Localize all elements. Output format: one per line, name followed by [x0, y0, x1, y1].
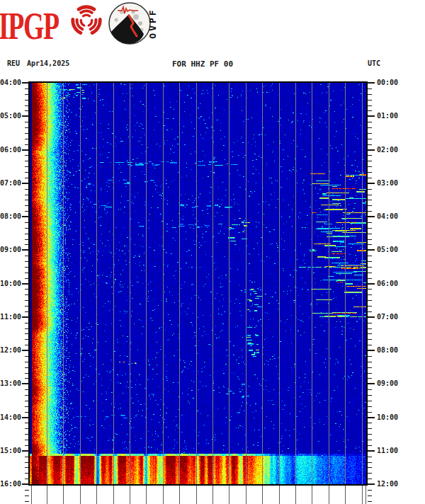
ipgp-waves-icon	[70, 2, 103, 39]
right-axis-minor-tick	[368, 389, 372, 390]
right-axis-minor-tick	[368, 166, 372, 167]
right-axis-minor-tick	[368, 328, 372, 329]
left-axis-minor-tick	[25, 133, 29, 134]
freq-axis-tick	[31, 486, 32, 504]
right-axis-major-tick	[368, 350, 375, 351]
ipgp-logo-text: IPGP	[0, 7, 59, 45]
right-axis-minor-tick	[368, 133, 372, 134]
right-axis-minor-tick	[368, 462, 372, 463]
left-axis-label: 11:00	[0, 313, 21, 321]
left-axis-minor-tick	[25, 161, 29, 161]
right-axis-minor-tick	[368, 457, 372, 457]
left-axis-major-tick	[22, 249, 29, 251]
left-axis-label: 05:00	[0, 112, 21, 120]
right-axis-minor-tick	[368, 100, 372, 101]
right-axis-minor-tick	[368, 94, 372, 95]
freq-axis-tick	[329, 486, 329, 504]
right-axis-minor-tick	[368, 339, 372, 340]
left-axis-minor-tick	[25, 155, 29, 156]
right-axis-minor-tick	[368, 490, 372, 491]
right-axis-minor-tick	[368, 467, 372, 468]
left-axis-minor-tick	[25, 311, 29, 312]
right-axis-minor-tick	[368, 289, 372, 290]
freq-axis-tick	[96, 486, 97, 504]
right-axis-major-tick	[368, 115, 375, 117]
spectrogram-plot-frame	[28, 81, 368, 486]
right-axis-minor-tick	[368, 496, 372, 496]
right-axis-minor-tick	[368, 367, 372, 368]
freq-axis-tick	[146, 486, 147, 504]
freq-axis-tick	[366, 486, 366, 504]
left-axis-minor-tick	[25, 122, 29, 122]
freq-axis-tick	[179, 486, 180, 504]
left-axis-label: 13:00	[0, 379, 21, 388]
left-axis-minor-tick	[25, 445, 29, 446]
left-axis-minor-tick	[25, 401, 29, 401]
freq-axis-tick	[246, 486, 246, 504]
left-axis-minor-tick	[25, 166, 29, 167]
left-axis-minor-tick	[25, 267, 29, 268]
right-axis-label: 05:00	[377, 246, 407, 254]
left-axis-minor-tick	[25, 234, 29, 234]
right-axis-minor-tick	[368, 311, 372, 312]
right-axis-minor-tick	[368, 228, 372, 229]
right-axis-major-tick	[368, 82, 375, 84]
right-axis-minor-tick	[368, 434, 372, 435]
left-axis-minor-tick	[25, 345, 29, 345]
freq-axis-tick	[47, 486, 47, 504]
left-axis-minor-tick	[25, 373, 29, 374]
ovpf-volcano-icon	[108, 1, 152, 45]
right-axis-minor-tick	[368, 378, 372, 379]
right-axis-major-tick	[368, 183, 375, 184]
right-axis-major-tick	[368, 383, 375, 384]
left-axis-minor-tick	[25, 389, 29, 390]
right-axis-minor-tick	[368, 501, 372, 502]
left-axis-major-tick	[22, 82, 29, 84]
right-axis-label: 03:00	[377, 179, 407, 188]
freq-axis-tick	[229, 486, 230, 504]
left-axis-minor-tick	[25, 144, 29, 145]
left-axis-minor-tick	[25, 457, 29, 457]
right-axis-minor-tick	[368, 256, 372, 256]
left-axis-label: 07:00	[0, 179, 21, 188]
right-axis-minor-tick	[368, 105, 372, 106]
right-axis-minor-tick	[368, 122, 372, 122]
left-axis-minor-tick	[25, 440, 29, 440]
left-axis-minor-tick	[25, 139, 29, 139]
station-code: REU	[7, 59, 20, 67]
right-axis-minor-tick	[368, 294, 372, 295]
right-axis-minor-tick	[368, 161, 372, 161]
left-axis-minor-tick	[25, 222, 29, 223]
left-axis-major-tick	[22, 383, 29, 384]
left-axis-label: 10:00	[0, 280, 21, 288]
right-axis-minor-tick	[368, 445, 372, 446]
left-axis-minor-tick	[25, 178, 29, 178]
left-axis-minor-tick	[25, 356, 29, 357]
utc-label: UTC	[368, 59, 380, 67]
left-axis-minor-tick	[25, 100, 29, 101]
freq-axis-tick	[279, 486, 280, 504]
right-axis-minor-tick	[368, 406, 372, 407]
right-axis-label: 02:00	[377, 146, 407, 154]
left-axis-major-tick	[22, 283, 29, 285]
right-axis-minor-tick	[368, 412, 372, 413]
right-axis-label: 11:00	[377, 447, 407, 455]
left-axis-minor-tick	[25, 172, 29, 173]
figure-root: IPGP	[0, 0, 425, 504]
right-axis-minor-tick	[368, 267, 372, 268]
channel-label: FOR HHZ PF 00	[172, 59, 233, 69]
left-axis-label: 04:00	[0, 79, 21, 87]
ovpf-logo-text: OVPF	[147, 1, 158, 45]
left-axis-label: 06:00	[0, 146, 21, 154]
left-axis-label: 15:00	[0, 447, 21, 455]
freq-axis-tick	[262, 486, 263, 504]
right-axis-minor-tick	[368, 479, 372, 479]
left-axis-major-tick	[22, 216, 29, 217]
left-axis-minor-tick	[25, 473, 29, 474]
right-axis-major-tick	[368, 149, 375, 151]
left-axis-minor-tick	[25, 490, 29, 491]
left-axis-minor-tick	[25, 496, 29, 496]
left-axis-minor-tick	[25, 395, 29, 396]
right-axis-minor-tick	[368, 278, 372, 279]
right-axis-minor-tick	[368, 473, 372, 474]
